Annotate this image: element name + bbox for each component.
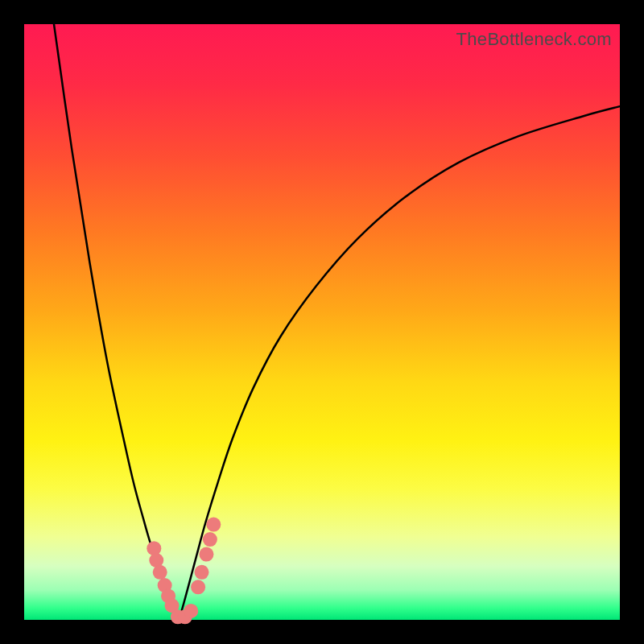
data-marker <box>195 565 209 580</box>
data-marker <box>203 532 217 547</box>
curve-right-branch <box>179 106 620 620</box>
chart-svg <box>24 24 620 620</box>
data-marker <box>153 565 167 580</box>
markers-group <box>147 518 221 625</box>
outer-frame: TheBottleneck.com <box>0 0 644 644</box>
curve-left-branch <box>54 24 179 620</box>
data-marker <box>184 604 198 618</box>
data-marker <box>147 541 161 555</box>
plot-area: TheBottleneck.com <box>24 24 620 620</box>
data-marker <box>191 580 205 594</box>
data-marker <box>199 547 213 562</box>
data-marker <box>206 518 221 532</box>
